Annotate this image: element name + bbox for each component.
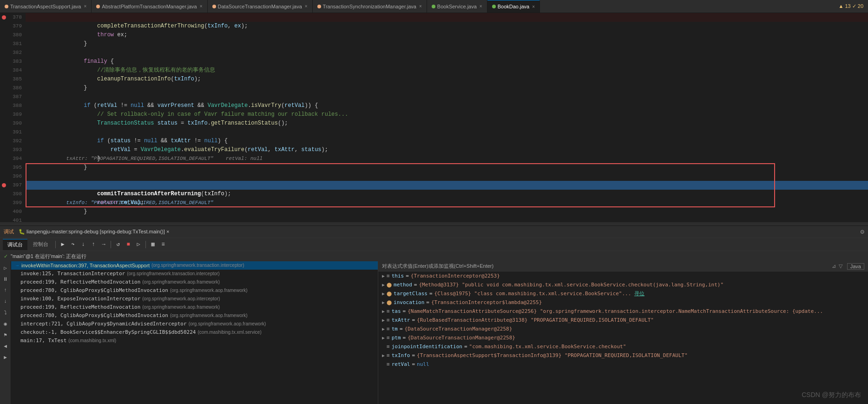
var-eq-this: = — [406, 272, 409, 280]
tree-view-button[interactable]: ≡ — [158, 240, 168, 249]
stop-button[interactable]: ■ — [124, 240, 133, 249]
expand-arrow-invocation[interactable]: ▶ — [382, 298, 385, 306]
tab-transaction-aspect[interactable]: TransactionAspectSupport.java × — [0, 0, 92, 13]
var-row-tm[interactable]: ▶ ≡ tm = {DataSourceTransactionManager@2… — [378, 325, 868, 333]
step-out-button[interactable]: ↑ — [89, 240, 98, 249]
frame-text-9: main:17, TxTest — [20, 337, 66, 345]
lang-selector[interactable]: Java — [847, 263, 864, 270]
expand-icon[interactable]: ▽ — [839, 263, 842, 269]
var-row-txattr[interactable]: ▶ ≡ txAttr = {RuleBasedTransactionAttrib… — [378, 316, 868, 325]
frame-location-8: (com.mashibing.tx.xml.service) — [198, 328, 262, 337]
var-eq-ptm: = — [403, 334, 406, 342]
frame-location-6: (org.springframework.aop.framework) — [170, 311, 248, 320]
close-icon[interactable]: × — [480, 4, 482, 9]
filter-icon[interactable]: ⊿ — [832, 263, 836, 269]
var-eq-method: = — [414, 281, 417, 289]
debug-sidebar-icon-8[interactable]: ◀ — [1, 341, 10, 351]
navigate-link[interactable]: 寻位 — [634, 291, 644, 297]
stack-frame-9[interactable]: main:17, TxTest (com.mashibing.tx.xml) — [11, 337, 378, 345]
expand-arrow-tas[interactable]: ▶ — [382, 307, 385, 315]
tab-label: BookDao.java — [498, 4, 530, 9]
var-row-joinpoint[interactable]: ▶ ≡ joinpointIdentification = "com.mashi… — [378, 342, 868, 351]
expand-arrow-ptm[interactable]: ▶ — [382, 334, 385, 342]
close-icon[interactable]: × — [200, 4, 203, 9]
tab-datasource[interactable]: DataSourceTransactionManager.java × — [208, 0, 313, 13]
stack-frame-4[interactable]: invoke:100, ExposeInvocationInterceptor … — [11, 295, 378, 303]
variables-list: ▶ ≡ this = {TransactionInterceptor@2253}… — [378, 272, 868, 404]
stack-frame-7[interactable]: intercept:721, CglibAopProxy$DynamicAdvi… — [11, 320, 378, 328]
tab-debugger[interactable]: 调试台 — [3, 239, 27, 250]
expand-arrow-txinfo[interactable]: ▶ — [382, 351, 385, 359]
expand-arrow-targetclass[interactable]: ▶ — [382, 290, 385, 298]
frame-method-name: invokeWithinTransaction:397, Transaction… — [21, 261, 150, 270]
expand-arrow-this[interactable]: ▶ — [382, 272, 385, 280]
debug-sidebar-icon-6[interactable]: ◉ — [1, 319, 10, 328]
frame-location-1: (org.springframework.transaction.interce… — [127, 270, 220, 278]
stack-frame-3[interactable]: proceed:780, CglibAopProxy$CglibMethodIn… — [11, 286, 378, 295]
var-icon-joinpoint: ≡ — [387, 343, 390, 351]
tab-console[interactable]: 控制台 — [28, 239, 53, 250]
var-name-this: this — [392, 272, 404, 280]
var-name-tm: tm — [392, 325, 398, 333]
expand-arrow-txattr[interactable]: ▶ — [382, 316, 385, 324]
step-into-button[interactable]: ↓ — [79, 240, 88, 249]
stack-frame-0[interactable]: → invokeWithinTransaction:397, Transacti… — [11, 261, 378, 270]
var-row-invocation[interactable]: ▶ ⬤ invocation = {TransactionInterceptor… — [378, 298, 868, 307]
debug-sidebar-icon-3[interactable]: ↑ — [1, 285, 10, 295]
stack-frame-8[interactable]: checkout:-1, BookService$$EnhancerBySpri… — [11, 328, 378, 337]
close-icon[interactable]: × — [532, 4, 535, 9]
code-editor: completeTransactionAfterThrowing(txInfo,… — [26, 13, 868, 222]
resume-button[interactable]: ▶ — [58, 240, 67, 249]
debug-sidebar-icon-4[interactable]: ↓ — [1, 297, 10, 306]
stack-frame-2[interactable]: proceed:199, ReflectiveMethodInvocation … — [11, 278, 378, 286]
var-row-this[interactable]: ▶ ≡ this = {TransactionInterceptor@2253} — [378, 272, 868, 280]
step-over-button[interactable]: ↷ — [68, 240, 78, 249]
settings-icon[interactable]: ⚙ — [861, 228, 864, 236]
var-val-tm: {DataSourceTransactionManager@2258} — [405, 325, 864, 333]
close-icon[interactable]: × — [305, 4, 308, 9]
tab-label: DataSourceTransactionManager.java — [218, 4, 302, 9]
var-row-method[interactable]: ▶ ⬤ method = {Method@3137} "public void … — [378, 280, 868, 289]
var-icon-tm: ≡ — [387, 325, 390, 333]
debug-thread-tab[interactable]: 🐛 lianpengju-master:spring-debug [spring… — [19, 229, 169, 235]
stack-frame-5[interactable]: proceed:199, ReflectiveMethodInvocation … — [11, 303, 378, 311]
var-row-targetclass[interactable]: ▶ ⬤ targetClass = {Class@1975} "class co… — [378, 289, 868, 298]
expand-arrow-method[interactable]: ▶ — [382, 281, 385, 289]
debug-sidebar-icon-1[interactable]: ▷ — [1, 263, 10, 272]
var-row-tas[interactable]: ▶ ≡ tas = {NameMatchTransactionAttribute… — [378, 307, 868, 316]
expand-arrow-tm[interactable]: ▶ — [382, 325, 385, 333]
var-val-tas: {NameMatchTransactionAttributeSource@225… — [408, 307, 864, 315]
stack-frame-6[interactable]: proceed:780, CglibAopProxy$CglibMethodIn… — [11, 311, 378, 320]
main-status-text: "main"@1 在运行'main': 正在运行 — [11, 253, 86, 260]
frame-text-4: invoke:100, ExposeInvocationInterceptor — [20, 295, 140, 303]
tab-book-service[interactable]: BookService.java × — [427, 0, 487, 13]
h-scrollbar[interactable] — [0, 222, 868, 226]
var-row-retval[interactable]: ▶ ≡ retVal = null — [378, 360, 868, 369]
restart-button[interactable]: ↺ — [113, 240, 123, 249]
var-name-invocation: invocation — [394, 298, 424, 306]
table-view-button[interactable]: ▦ — [148, 240, 158, 249]
field-icon-targetclass: ⬤ — [387, 290, 392, 298]
debug-sidebar-icon-9[interactable]: ▶ — [1, 352, 10, 362]
debug-sidebar-icon-7[interactable]: ⚑ — [1, 330, 10, 339]
debug-sidebar-icon-2[interactable]: ⏸ — [1, 274, 10, 284]
tab-sync-manager[interactable]: TransactionSynchronizationManager.java × — [313, 0, 427, 13]
frame-location-7: (org.springframework.aop.framework) — [189, 320, 266, 328]
var-row-ptm[interactable]: ▶ ≡ ptm = {DataSourceTransactionManager@… — [378, 333, 868, 342]
close-icon[interactable]: × — [84, 4, 86, 9]
close-icon[interactable]: × — [419, 4, 422, 9]
debug-toolbar: 调试台 控制台 ▶ ↷ ↓ ↑ → ↺ ■ ▷ ▦ ≡ — [0, 238, 868, 251]
run-to-cursor-button[interactable]: → — [99, 240, 108, 249]
tab-abstract-platform[interactable]: AbstractPlatformTransactionManager.java … — [92, 0, 207, 13]
stack-frame-1[interactable]: invoke:125, TransactionInterceptor (org.… — [11, 270, 378, 278]
debug-sidebar-icon-5[interactable]: ⤵ — [1, 308, 10, 317]
breakpoint-397 — [2, 183, 6, 187]
rerun-button[interactable]: ▷ — [134, 240, 143, 249]
code-line-388: // Set rollback-only in case of Vavr fai… — [26, 101, 868, 110]
var-row-txinfo[interactable]: ▶ ≡ txInfo = {TransactionAspectSupport$T… — [378, 351, 868, 360]
var-icon-ptm: ≡ — [387, 334, 390, 342]
tab-book-dao[interactable]: BookDao.java × — [487, 0, 540, 13]
code-line-394: } — [26, 154, 868, 163]
var-val-ptm: {DataSourceTransactionManager@2258} — [408, 334, 864, 342]
var-icon-retval: ≡ — [387, 360, 390, 368]
